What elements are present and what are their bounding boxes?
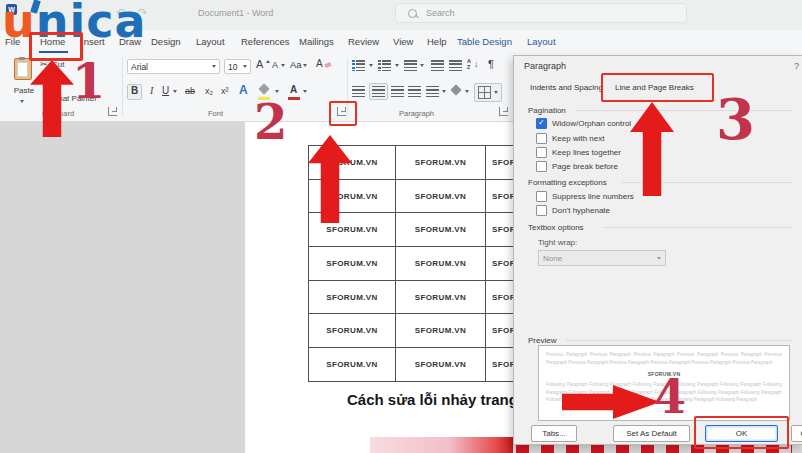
- textbox-options-section-label: Textbox options: [528, 223, 584, 232]
- dialog-tab-indents-spacing[interactable]: Indents and Spacing: [530, 83, 603, 92]
- checkbox-label: Don't hyphenate: [552, 206, 610, 215]
- align-left-button[interactable]: [352, 86, 365, 97]
- formatting-exceptions-section-label: Formatting exceptions: [528, 178, 607, 187]
- checkbox-icon[interactable]: [536, 161, 547, 172]
- table-cell: SFORUM.VN: [396, 348, 486, 382]
- checkbox-keep-with-next[interactable]: Keep with next: [536, 133, 604, 144]
- checkbox-suppress-line-numbers[interactable]: Suppress line numbers: [536, 191, 634, 202]
- tight-wrap-dropdown[interactable]: None: [538, 250, 666, 266]
- shrink-font-button[interactable]: A: [272, 60, 278, 70]
- paste-button[interactable]: Paste: [12, 86, 36, 95]
- decrease-indent-button[interactable]: [431, 60, 444, 71]
- grow-font-button[interactable]: A: [256, 58, 263, 70]
- number-column-icon: [378, 60, 381, 71]
- step3-number: 3: [716, 91, 755, 147]
- tab-view[interactable]: View: [393, 36, 413, 47]
- tab-layout[interactable]: Layout: [196, 36, 225, 47]
- numbering-button[interactable]: [378, 60, 391, 71]
- paragraph-dialog-launcher-icon[interactable]: [499, 107, 508, 116]
- superscript-button[interactable]: x²: [221, 86, 229, 96]
- font-name-value: Arial: [131, 62, 148, 72]
- tab-references[interactable]: References: [241, 36, 290, 47]
- align-center-button[interactable]: [369, 83, 388, 100]
- lines-icon: [352, 86, 365, 97]
- checkbox-icon[interactable]: [536, 147, 547, 158]
- tab-mailings[interactable]: Mailings: [299, 36, 334, 47]
- tab-design[interactable]: Design: [151, 36, 181, 47]
- paste-caret-icon[interactable]: [20, 100, 24, 103]
- borders-grid-icon: [478, 86, 491, 99]
- paragraph-group-label: Paragraph: [399, 109, 434, 118]
- bullets-button[interactable]: [352, 60, 365, 71]
- font-name-combobox[interactable]: Arial: [127, 59, 220, 74]
- multilevel-list-button[interactable]: [404, 60, 417, 71]
- table-cell: SFORUM.VN: [486, 281, 513, 315]
- table-cell: SFORUM.VN: [309, 281, 396, 315]
- change-case-button[interactable]: Aa: [290, 59, 302, 70]
- font-color-button[interactable]: A: [290, 84, 297, 95]
- step4-number: 4: [654, 374, 686, 420]
- table-cell: SFORUM.VN: [486, 348, 513, 382]
- align-right-button[interactable]: [391, 86, 404, 97]
- shading-icon[interactable]: [450, 84, 461, 95]
- checkbox-page-break-before[interactable]: Page break before: [536, 161, 618, 172]
- sort-button[interactable]: AZ: [467, 59, 471, 71]
- tab-table-design[interactable]: Table Design: [457, 36, 512, 47]
- tab-help[interactable]: Help: [427, 36, 447, 47]
- bullets-caret-icon: [369, 64, 373, 67]
- checkbox-label: Widow/Orphan control: [552, 119, 631, 128]
- text-effects-button[interactable]: A: [239, 83, 248, 97]
- checkbox-icon[interactable]: [536, 191, 547, 202]
- grow-font-caret-icon: [266, 60, 270, 63]
- clipboard-dialog-launcher-icon[interactable]: [108, 107, 117, 116]
- set-as-default-button[interactable]: Set As Default: [613, 425, 690, 442]
- checkbox-widow-orphan[interactable]: Widow/Orphan control: [536, 118, 631, 129]
- highlight-caret-icon: [275, 90, 279, 93]
- preview-before-text: Previous Paragraph Previous Paragraph Pr…: [546, 351, 782, 367]
- table-cell: SFORUM.VN: [396, 314, 486, 348]
- step4-highlight-box: [694, 416, 789, 449]
- highlighter-icon[interactable]: [258, 83, 269, 94]
- lines-icon: [372, 86, 385, 97]
- font-size-combobox[interactable]: 10: [224, 59, 251, 74]
- document-caption: Cách sửa lỗi nhảy trang: [347, 391, 513, 408]
- checkbox-icon[interactable]: [536, 205, 547, 216]
- checkbox-keep-lines-together[interactable]: Keep lines together: [536, 147, 621, 158]
- table-cell: SFORUM.VN: [309, 247, 396, 281]
- increase-indent-button[interactable]: [449, 60, 462, 71]
- font-group-label: Font: [208, 109, 223, 118]
- italic-button[interactable]: I: [150, 85, 153, 96]
- justify-button[interactable]: [408, 86, 421, 97]
- checkbox-icon[interactable]: [536, 133, 547, 144]
- lines-icon: [356, 60, 365, 71]
- show-paragraph-marks-button[interactable]: ¶: [488, 58, 494, 70]
- search-box[interactable]: [395, 3, 687, 23]
- checkbox-dont-hyphenate[interactable]: Don't hyphenate: [536, 205, 610, 216]
- line-spacing-button[interactable]: [426, 86, 439, 97]
- borders-button[interactable]: [474, 83, 502, 102]
- pagination-section-label: Pagination: [528, 106, 566, 115]
- shrink-font-caret-icon: [281, 64, 285, 67]
- lines-icon: [391, 86, 404, 97]
- search-input[interactable]: [424, 7, 628, 19]
- eraser-icon: [324, 62, 331, 68]
- checkbox-icon[interactable]: [536, 118, 547, 129]
- dialog-help-button[interactable]: ?: [794, 61, 799, 71]
- underline-button[interactable]: U: [162, 85, 169, 96]
- tight-wrap-label: Tight wrap:: [538, 238, 577, 247]
- cancel-button[interactable]: Cancel: [791, 425, 802, 442]
- table-cell: SFORUM.VN: [396, 180, 486, 214]
- paste-icon[interactable]: [14, 58, 32, 80]
- font-color-caret-icon: [303, 90, 307, 93]
- clear-formatting-button[interactable]: A: [316, 58, 323, 69]
- screenshot-root: W ↶ ↷ Document1 - Word unica File Home I…: [0, 0, 802, 453]
- bullet-dots-icon: [352, 60, 355, 71]
- tabs-button[interactable]: Tabs...: [531, 425, 577, 442]
- tab-layout-table[interactable]: Layout: [527, 36, 556, 47]
- table-cell: SFORUM.VN: [309, 314, 396, 348]
- strikethrough-button[interactable]: ab: [185, 86, 195, 96]
- bold-button[interactable]: B: [127, 84, 142, 100]
- subscript-button[interactable]: x₂: [205, 86, 213, 96]
- tab-review[interactable]: Review: [348, 36, 379, 47]
- document-page: SFORUM.VNSFORUM.VNSFORUM.VNSFORUM.VNSFOR…: [245, 122, 513, 453]
